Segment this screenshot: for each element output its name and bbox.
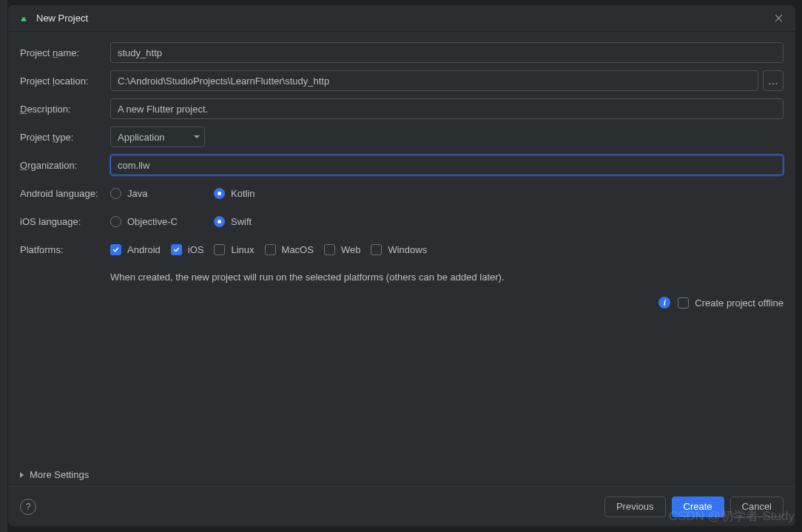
checkbox-label: Create project offline: [695, 297, 784, 309]
checkbox-label: Web: [341, 244, 361, 255]
android-studio-icon: [18, 13, 29, 24]
more-settings-toggle[interactable]: More Settings: [8, 463, 795, 486]
platform-macos-checkbox[interactable]: MacOS: [265, 244, 314, 255]
editor-gutter-behind: [0, 0, 7, 532]
new-project-dialog: New Project Project name: Project locati…: [7, 4, 796, 527]
info-icon[interactable]: i: [658, 297, 670, 309]
checkbox-label: Android: [127, 244, 161, 255]
dialog-footer: ? Previous Create Cancel: [8, 486, 795, 526]
project-location-input[interactable]: [110, 70, 758, 91]
project-type-value: Application: [118, 132, 165, 143]
radio-label: Java: [127, 188, 147, 199]
close-icon: [774, 13, 784, 23]
radio-label: Swift: [231, 216, 252, 227]
ios-language-objc-radio[interactable]: Objective-C: [110, 216, 209, 227]
previous-button[interactable]: Previous: [604, 496, 666, 517]
checkbox-label: Linux: [231, 244, 254, 255]
platform-ios-checkbox[interactable]: iOS: [171, 244, 204, 255]
checkbox-label: iOS: [188, 244, 204, 255]
platform-android-checkbox[interactable]: Android: [110, 244, 161, 255]
project-name-input[interactable]: [110, 42, 784, 63]
android-language-label: Android language:: [20, 188, 110, 199]
description-label: Description:: [20, 104, 110, 115]
description-input[interactable]: [110, 98, 784, 119]
browse-location-button[interactable]: …: [763, 70, 784, 91]
dialog-content: Project name: Project location: … Descri…: [8, 32, 795, 463]
create-button[interactable]: Create: [672, 496, 724, 517]
ios-language-label: iOS language:: [20, 216, 110, 227]
platforms-note: When created, the new project will run o…: [110, 272, 505, 283]
radio-label: Objective-C: [127, 216, 178, 227]
platforms-label: Platforms:: [20, 244, 110, 255]
organization-label: Organization:: [20, 160, 110, 171]
checkbox-label: Windows: [388, 244, 427, 255]
ios-language-swift-radio[interactable]: Swift: [214, 216, 252, 227]
project-type-label: Project type:: [20, 132, 110, 143]
chevron-right-icon: [20, 472, 24, 478]
chevron-down-icon: [194, 135, 200, 138]
organization-input[interactable]: [110, 155, 784, 175]
close-button[interactable]: [769, 9, 788, 28]
platforms-list: AndroidiOSLinuxMacOSWebWindows: [110, 244, 784, 255]
cancel-button[interactable]: Cancel: [730, 496, 784, 517]
project-type-select[interactable]: Application: [110, 127, 205, 147]
help-button[interactable]: ?: [20, 499, 36, 515]
checkbox-label: MacOS: [282, 244, 314, 255]
project-name-label: Project name:: [20, 47, 110, 58]
more-settings-label: More Settings: [30, 469, 89, 480]
radio-label: Kotlin: [231, 188, 255, 199]
android-language-java-radio[interactable]: Java: [110, 188, 209, 199]
platform-windows-checkbox[interactable]: Windows: [371, 244, 427, 255]
titlebar: New Project: [8, 5, 795, 32]
dialog-title: New Project: [36, 13, 769, 24]
android-language-kotlin-radio[interactable]: Kotlin: [214, 188, 255, 199]
platform-web-checkbox[interactable]: Web: [324, 244, 361, 255]
platform-linux-checkbox[interactable]: Linux: [214, 244, 254, 255]
project-location-label: Project location:: [20, 75, 110, 87]
create-project-offline-checkbox[interactable]: Create project offline: [678, 297, 784, 309]
